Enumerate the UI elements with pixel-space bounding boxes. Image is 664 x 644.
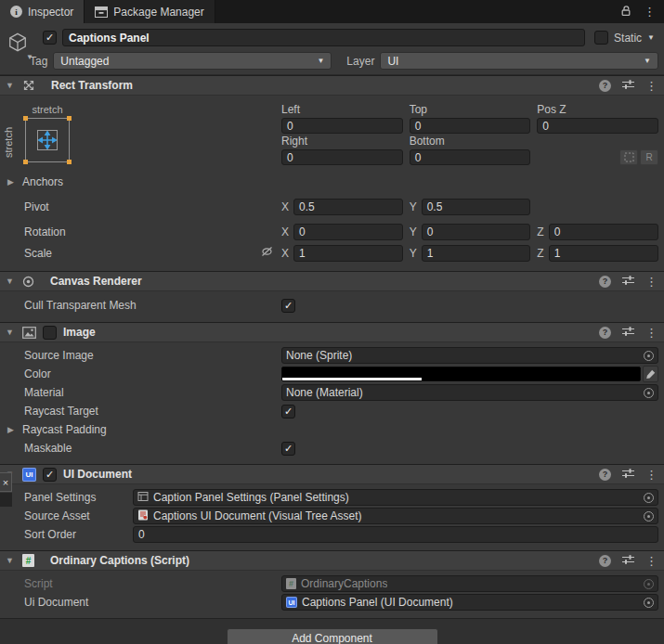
help-icon[interactable]: ? [599, 80, 611, 92]
image-title: Image [63, 326, 96, 339]
raycast-target-checkbox[interactable]: ✓ [281, 405, 295, 419]
rect-transform-foldout[interactable]: ▼ [6, 81, 18, 90]
anchors-row: ▶ Anchors [0, 173, 664, 191]
gameobject-active-checkbox[interactable]: ✓ [43, 31, 57, 45]
object-picker-icon [644, 579, 654, 589]
tab-package-manager-label: Package Manager [113, 6, 203, 19]
canvas-renderer-header[interactable]: ▼ Canvas Renderer ? ⋮ [0, 271, 664, 291]
raycast-padding-foldout[interactable]: ▶ [7, 425, 22, 434]
script-field: # OrdinaryCaptions [281, 575, 658, 592]
panel-settings-field[interactable]: Caption Panel Settings (Panel Settings) [133, 489, 658, 506]
image-enabled-checkbox[interactable] [43, 326, 57, 340]
presets-icon[interactable] [622, 468, 634, 482]
clipped-window-close-icon[interactable]: × [0, 472, 12, 492]
presets-icon[interactable] [622, 275, 634, 289]
component-menu-icon[interactable]: ⋮ [645, 327, 657, 339]
bottom-label: Bottom [410, 135, 531, 148]
object-picker-icon[interactable] [644, 598, 654, 608]
ordinary-captions-header[interactable]: ▼ # Ordinary Captions (Script) ? ⋮ [0, 550, 664, 571]
gameobject-cube-icon[interactable] [7, 32, 28, 56]
anchors-foldout[interactable]: ▶ [7, 177, 22, 187]
object-picker-icon[interactable] [644, 511, 654, 522]
alpha-bar [282, 378, 422, 380]
help-icon[interactable]: ? [599, 555, 611, 567]
gameobject-icon-caret[interactable]: ▼ [26, 53, 33, 61]
ui-document-header[interactable]: ▼ UI ✓ UI Document ? ⋮ [0, 464, 664, 484]
rotation-z-field[interactable]: 0 [549, 224, 658, 240]
ui-document-ref-field[interactable]: UI Captions Panel (UI Document) [281, 594, 658, 611]
canvas-renderer-foldout[interactable]: ▼ [6, 277, 18, 286]
right-field[interactable]: 0 [281, 149, 403, 165]
rect-transform-header[interactable]: ▼ Rect Transform ? ⋮ [0, 75, 664, 96]
static-control[interactable]: Static ▼ [591, 31, 658, 45]
presets-icon[interactable] [622, 326, 634, 340]
tab-package-manager[interactable]: Package Manager [85, 0, 215, 23]
rotation-label: Rotation [24, 225, 66, 238]
raycast-target-label: Raycast Target [24, 405, 281, 418]
blueprint-mode-button[interactable] [619, 149, 638, 165]
color-swatch[interactable] [281, 367, 641, 381]
object-picker-icon[interactable] [644, 388, 654, 398]
panel-settings-asset-icon [137, 491, 149, 505]
axis-x-label: X [281, 200, 289, 213]
color-label: Color [24, 367, 281, 380]
cull-transparent-mesh-checkbox[interactable]: ✓ [281, 299, 295, 313]
pivot-y-field[interactable]: 0.5 [422, 199, 531, 215]
tag-dropdown[interactable]: Untagged ▼ [53, 52, 332, 70]
canvas-renderer-title: Canvas Renderer [50, 275, 142, 288]
rotation-y-field[interactable]: 0 [422, 224, 531, 240]
rotation-x-field[interactable]: 0 [293, 224, 403, 240]
maskable-checkbox[interactable]: ✓ [281, 442, 295, 456]
component-menu-icon[interactable]: ⋮ [645, 276, 657, 288]
pivot-x-field[interactable]: 0.5 [293, 199, 403, 215]
image-foldout[interactable]: ▼ [6, 328, 18, 337]
add-component-button[interactable]: Add Component [227, 628, 438, 644]
object-picker-icon[interactable] [644, 493, 654, 503]
layer-dropdown[interactable]: UI ▼ [380, 52, 658, 70]
posz-field[interactable]: 0 [537, 118, 658, 134]
source-image-field[interactable]: None (Sprite) [281, 347, 658, 364]
window-menu-icon[interactable]: ⋮ [644, 6, 656, 18]
raycast-padding-row: ▶ Raycast Padding [0, 420, 664, 439]
static-checkbox[interactable] [594, 31, 608, 45]
axis-y-label: Y [410, 247, 417, 260]
left-field[interactable]: 0 [281, 118, 403, 134]
bottom-field[interactable]: 0 [410, 149, 531, 165]
scale-x-field[interactable]: 1 [293, 245, 403, 262]
ui-document-ref-label: Ui Document [24, 596, 281, 609]
scale-y-field[interactable]: 1 [422, 245, 531, 262]
panel-settings-value: Caption Panel Settings (Panel Settings) [153, 491, 349, 504]
link-broken-icon[interactable] [261, 246, 273, 260]
source-asset-field[interactable]: Captions UI Document (Visual Tree Asset) [133, 508, 658, 524]
component-menu-icon[interactable]: ⋮ [645, 469, 657, 481]
top-field[interactable]: 0 [410, 118, 531, 134]
ui-document-icon: UI [22, 468, 36, 482]
tabbar-actions: ⋮ [620, 0, 664, 23]
anchor-preset-widget[interactable] [25, 118, 70, 162]
ui-document-enabled-checkbox[interactable]: ✓ [43, 468, 57, 482]
component-menu-icon[interactable]: ⋮ [645, 80, 657, 92]
help-icon[interactable]: ? [599, 327, 611, 339]
pivot-row: Pivot X0.5 Y0.5 [0, 197, 664, 216]
raw-edit-mode-button[interactable]: R [640, 149, 658, 165]
axis-x-label: X [281, 247, 289, 260]
help-icon[interactable]: ? [599, 469, 611, 481]
object-picker-icon[interactable] [644, 351, 654, 361]
script-label: Script [24, 577, 281, 590]
ordinary-captions-foldout[interactable]: ▼ [6, 556, 18, 565]
tab-inspector[interactable]: i Inspector [0, 0, 85, 23]
unlock-icon[interactable] [620, 5, 631, 19]
component-menu-icon[interactable]: ⋮ [645, 555, 657, 567]
presets-icon[interactable] [622, 79, 634, 93]
static-dropdown-caret[interactable]: ▼ [647, 33, 655, 42]
material-field[interactable]: None (Material) [281, 384, 658, 401]
image-header[interactable]: ▼ Image ? ⋮ [0, 322, 664, 342]
presets-icon[interactable] [622, 554, 634, 568]
sort-order-field[interactable]: 0 [133, 526, 658, 543]
check-icon: ✓ [46, 32, 54, 43]
gameobject-name-input[interactable]: Captions Panel [62, 29, 585, 46]
scale-z-field[interactable]: 1 [549, 245, 658, 262]
help-icon[interactable]: ? [599, 276, 611, 288]
sort-order-row: Sort Order 0 [0, 525, 664, 544]
eyedropper-icon[interactable] [643, 366, 658, 382]
